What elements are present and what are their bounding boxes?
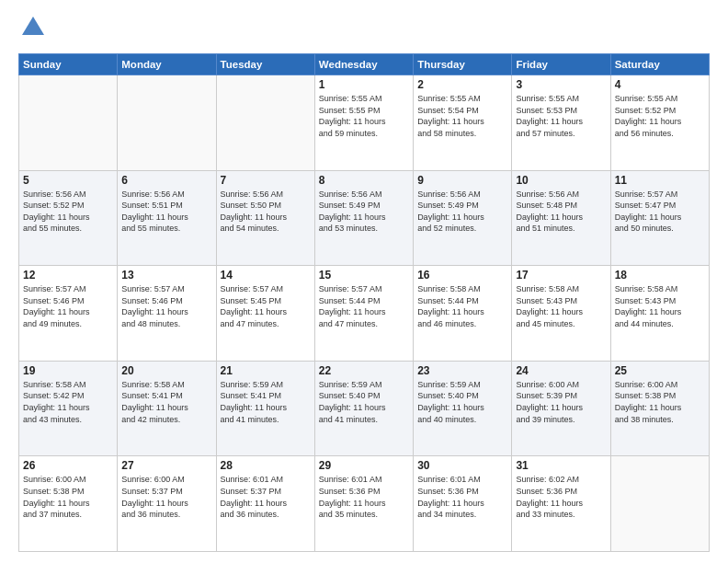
cell-info: Sunrise: 6:02 AM Sunset: 5:36 PM Dayligh…: [516, 474, 606, 520]
calendar-cell: 4Sunrise: 5:55 AM Sunset: 5:52 PM Daylig…: [610, 75, 709, 171]
calendar-week-row: 5Sunrise: 5:56 AM Sunset: 5:52 PM Daylig…: [19, 170, 710, 266]
calendar-cell: 6Sunrise: 5:56 AM Sunset: 5:51 PM Daylig…: [118, 170, 216, 266]
day-number: 25: [615, 364, 705, 377]
calendar-cell: 8Sunrise: 5:56 AM Sunset: 5:49 PM Daylig…: [314, 170, 413, 266]
cell-info: Sunrise: 5:59 AM Sunset: 5:40 PM Dayligh…: [417, 379, 507, 425]
day-number: 18: [615, 269, 705, 282]
day-number: 24: [516, 364, 606, 377]
cell-info: Sunrise: 5:57 AM Sunset: 5:46 PM Dayligh…: [23, 283, 113, 329]
cell-info: Sunrise: 5:55 AM Sunset: 5:53 PM Dayligh…: [516, 93, 606, 139]
calendar-cell: 12Sunrise: 5:57 AM Sunset: 5:46 PM Dayli…: [19, 266, 118, 362]
calendar-cell: [610, 456, 709, 552]
cell-info: Sunrise: 6:00 AM Sunset: 5:38 PM Dayligh…: [615, 379, 705, 425]
header: [18, 15, 710, 44]
day-number: 7: [221, 174, 311, 187]
day-number: 5: [23, 174, 113, 187]
cell-info: Sunrise: 5:57 AM Sunset: 5:44 PM Dayligh…: [319, 283, 409, 329]
calendar-week-row: 26Sunrise: 6:00 AM Sunset: 5:38 PM Dayli…: [19, 456, 710, 552]
cell-info: Sunrise: 5:59 AM Sunset: 5:40 PM Dayligh…: [319, 379, 409, 425]
weekday-header-monday: Monday: [118, 54, 216, 75]
calendar-cell: [118, 75, 216, 171]
day-number: 16: [417, 269, 507, 282]
calendar-cell: 9Sunrise: 5:56 AM Sunset: 5:49 PM Daylig…: [414, 170, 512, 266]
cell-info: Sunrise: 6:01 AM Sunset: 5:37 PM Dayligh…: [221, 474, 311, 520]
day-number: 9: [417, 174, 507, 187]
day-number: 19: [23, 364, 113, 377]
day-number: 22: [319, 364, 409, 377]
calendar-cell: 10Sunrise: 5:56 AM Sunset: 5:48 PM Dayli…: [512, 170, 610, 266]
weekday-header-sunday: Sunday: [19, 54, 118, 75]
cell-info: Sunrise: 6:00 AM Sunset: 5:38 PM Dayligh…: [23, 474, 113, 520]
day-number: 11: [615, 174, 705, 187]
calendar-cell: [216, 75, 314, 171]
cell-info: Sunrise: 5:58 AM Sunset: 5:44 PM Dayligh…: [417, 283, 507, 329]
cell-info: Sunrise: 5:55 AM Sunset: 5:55 PM Dayligh…: [319, 93, 409, 139]
day-number: 26: [23, 459, 113, 472]
day-number: 21: [221, 364, 311, 377]
cell-info: Sunrise: 5:56 AM Sunset: 5:50 PM Dayligh…: [221, 189, 311, 235]
weekday-header-friday: Friday: [512, 54, 610, 75]
calendar-cell: 25Sunrise: 6:00 AM Sunset: 5:38 PM Dayli…: [610, 361, 709, 456]
calendar-cell: 17Sunrise: 5:58 AM Sunset: 5:43 PM Dayli…: [512, 266, 610, 362]
page: SundayMondayTuesdayWednesdayThursdayFrid…: [0, 0, 728, 563]
weekday-header-wednesday: Wednesday: [314, 54, 413, 75]
logo-icon: [20, 15, 46, 40]
day-number: 20: [121, 364, 211, 377]
day-number: 14: [221, 269, 311, 282]
logo: [18, 15, 46, 44]
cell-info: Sunrise: 5:56 AM Sunset: 5:49 PM Dayligh…: [319, 189, 409, 235]
day-number: 23: [417, 364, 507, 377]
calendar-cell: 23Sunrise: 5:59 AM Sunset: 5:40 PM Dayli…: [414, 361, 512, 456]
cell-info: Sunrise: 6:00 AM Sunset: 5:37 PM Dayligh…: [121, 474, 211, 520]
cell-info: Sunrise: 5:57 AM Sunset: 5:47 PM Dayligh…: [615, 189, 705, 235]
calendar-cell: 24Sunrise: 6:00 AM Sunset: 5:39 PM Dayli…: [512, 361, 610, 456]
day-number: 30: [417, 459, 507, 472]
calendar-cell: 2Sunrise: 5:55 AM Sunset: 5:54 PM Daylig…: [414, 75, 512, 171]
weekday-header-row: SundayMondayTuesdayWednesdayThursdayFrid…: [19, 54, 710, 75]
calendar-cell: 11Sunrise: 5:57 AM Sunset: 5:47 PM Dayli…: [610, 170, 709, 266]
calendar-cell: 28Sunrise: 6:01 AM Sunset: 5:37 PM Dayli…: [216, 456, 314, 552]
cell-info: Sunrise: 6:01 AM Sunset: 5:36 PM Dayligh…: [319, 474, 409, 520]
day-number: 6: [121, 174, 211, 187]
day-number: 15: [319, 269, 409, 282]
day-number: 31: [516, 459, 606, 472]
day-number: 10: [516, 174, 606, 187]
calendar-cell: 20Sunrise: 5:58 AM Sunset: 5:41 PM Dayli…: [118, 361, 216, 456]
weekday-header-thursday: Thursday: [414, 54, 512, 75]
day-number: 17: [516, 269, 606, 282]
day-number: 12: [23, 269, 113, 282]
day-number: 27: [121, 459, 211, 472]
calendar-cell: 7Sunrise: 5:56 AM Sunset: 5:50 PM Daylig…: [216, 170, 314, 266]
day-number: 2: [417, 78, 507, 91]
calendar-cell: 27Sunrise: 6:00 AM Sunset: 5:37 PM Dayli…: [118, 456, 216, 552]
cell-info: Sunrise: 5:58 AM Sunset: 5:42 PM Dayligh…: [23, 379, 113, 425]
calendar-table: SundayMondayTuesdayWednesdayThursdayFrid…: [18, 53, 710, 552]
calendar-cell: 19Sunrise: 5:58 AM Sunset: 5:42 PM Dayli…: [19, 361, 118, 456]
day-number: 1: [319, 78, 409, 91]
calendar-cell: 16Sunrise: 5:58 AM Sunset: 5:44 PM Dayli…: [414, 266, 512, 362]
cell-info: Sunrise: 5:57 AM Sunset: 5:46 PM Dayligh…: [121, 283, 211, 329]
day-number: 4: [615, 78, 705, 91]
calendar-cell: 5Sunrise: 5:56 AM Sunset: 5:52 PM Daylig…: [19, 170, 118, 266]
cell-info: Sunrise: 5:56 AM Sunset: 5:48 PM Dayligh…: [516, 189, 606, 235]
calendar-cell: 30Sunrise: 6:01 AM Sunset: 5:36 PM Dayli…: [414, 456, 512, 552]
cell-info: Sunrise: 5:56 AM Sunset: 5:51 PM Dayligh…: [121, 189, 211, 235]
cell-info: Sunrise: 5:56 AM Sunset: 5:49 PM Dayligh…: [417, 189, 507, 235]
calendar-cell: 1Sunrise: 5:55 AM Sunset: 5:55 PM Daylig…: [314, 75, 413, 171]
calendar-cell: 15Sunrise: 5:57 AM Sunset: 5:44 PM Dayli…: [314, 266, 413, 362]
day-number: 13: [121, 269, 211, 282]
calendar-cell: 18Sunrise: 5:58 AM Sunset: 5:43 PM Dayli…: [610, 266, 709, 362]
weekday-header-tuesday: Tuesday: [216, 54, 314, 75]
cell-info: Sunrise: 5:58 AM Sunset: 5:41 PM Dayligh…: [121, 379, 211, 425]
calendar-cell: 22Sunrise: 5:59 AM Sunset: 5:40 PM Dayli…: [314, 361, 413, 456]
calendar-cell: 31Sunrise: 6:02 AM Sunset: 5:36 PM Dayli…: [512, 456, 610, 552]
calendar-cell: 21Sunrise: 5:59 AM Sunset: 5:41 PM Dayli…: [216, 361, 314, 456]
day-number: 8: [319, 174, 409, 187]
cell-info: Sunrise: 6:00 AM Sunset: 5:39 PM Dayligh…: [516, 379, 606, 425]
cell-info: Sunrise: 5:57 AM Sunset: 5:45 PM Dayligh…: [221, 283, 311, 329]
cell-info: Sunrise: 5:55 AM Sunset: 5:52 PM Dayligh…: [615, 93, 705, 139]
weekday-header-saturday: Saturday: [610, 54, 709, 75]
cell-info: Sunrise: 6:01 AM Sunset: 5:36 PM Dayligh…: [417, 474, 507, 520]
calendar-week-row: 19Sunrise: 5:58 AM Sunset: 5:42 PM Dayli…: [19, 361, 710, 456]
calendar-cell: 14Sunrise: 5:57 AM Sunset: 5:45 PM Dayli…: [216, 266, 314, 362]
